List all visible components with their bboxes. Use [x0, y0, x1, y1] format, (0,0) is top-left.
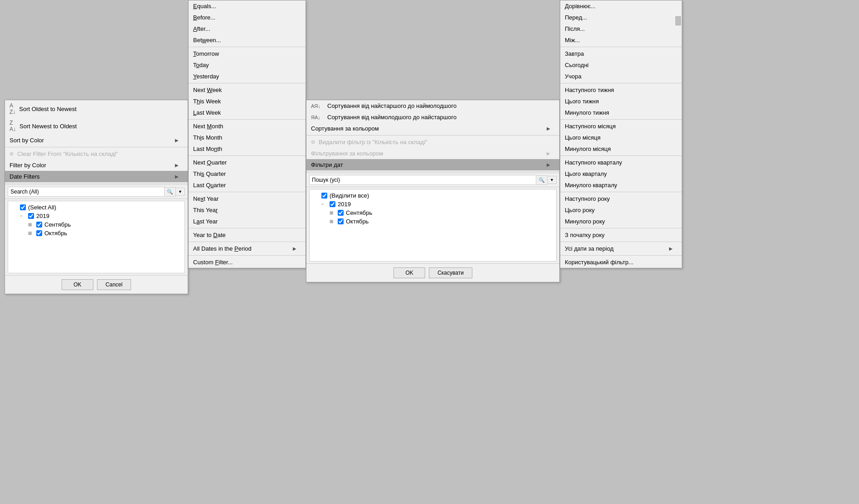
year-2019-checkbox[interactable]	[28, 213, 34, 219]
year-2019-uk-item[interactable]: − 2019	[321, 200, 553, 208]
year-2019-uk-checkbox[interactable]	[330, 201, 335, 207]
select-all-checkbox[interactable]	[20, 204, 26, 210]
yesterday-item[interactable]: Yesterday	[189, 71, 306, 82]
sort-oldest-label: Sort Oldest to Newest	[19, 106, 76, 112]
before-label: Before...	[193, 14, 215, 21]
ok-button[interactable]: OK	[62, 279, 93, 290]
month-sept-item[interactable]: ⊞ Сентябрь	[28, 220, 181, 229]
month-oct-item[interactable]: ⊞ Октябрь	[28, 229, 181, 237]
today-uk-item[interactable]: Сьогодні	[560, 59, 682, 71]
between-uk-item[interactable]: Між...	[560, 34, 682, 46]
sort-oldest-uk-button[interactable]: АЯ↓ Сортування від найстаршого до наймол…	[306, 100, 559, 111]
next-year-item[interactable]: Next Year	[189, 193, 306, 204]
this-quarter-item[interactable]: This Quarter	[189, 168, 306, 179]
search-dropdown-button-uk[interactable]: ▼	[548, 176, 557, 184]
this-week-uk-item[interactable]: Цього тижня	[560, 96, 682, 107]
this-week-item[interactable]: This Week	[189, 96, 306, 107]
year-to-date-item[interactable]: Year to Date	[189, 229, 306, 241]
last-month-uk-item[interactable]: Минулого місяця	[560, 143, 682, 155]
cancel-uk-button[interactable]: Скасувати	[429, 267, 472, 278]
this-month-item[interactable]: This Month	[189, 132, 306, 143]
last-quarter-uk-item[interactable]: Минулого кварталу	[560, 179, 682, 191]
scrollbar-thumb[interactable]	[675, 16, 681, 25]
yesterday-uk-item[interactable]: Учора	[560, 71, 682, 82]
separator-uk-1	[306, 135, 559, 136]
month-sept-uk-item[interactable]: ⊞ Сентябрь	[330, 208, 553, 217]
sep-r6	[560, 228, 682, 228]
this-year-uk-label: Цього року	[565, 207, 595, 213]
sort-oldest-button[interactable]: AZ↓ Sort Oldest to Newest	[5, 100, 188, 117]
equals-uk-item[interactable]: Дорівнює...	[560, 0, 682, 12]
this-year-item[interactable]: This Year	[189, 204, 306, 216]
this-year-uk-item[interactable]: Цього року	[560, 204, 682, 216]
custom-filter-item[interactable]: Custom Filter...	[189, 257, 306, 268]
select-all-uk-item[interactable]: (Виділити все)	[313, 191, 553, 200]
month-oct-expander[interactable]: ⊞	[28, 231, 34, 236]
last-month-item[interactable]: Last Month	[189, 143, 306, 155]
next-week-item[interactable]: Next Week	[189, 84, 306, 96]
tomorrow-item[interactable]: Tomorrow	[189, 48, 306, 59]
last-quarter-item[interactable]: Last Quarter	[189, 179, 306, 191]
month-oct-uk-item[interactable]: ⊞ Октябрь	[330, 217, 553, 226]
sort-color-button[interactable]: Sort by Color ▶	[5, 135, 188, 146]
last-week-item[interactable]: Last Week	[189, 107, 306, 118]
sort-color-uk-arrow-icon: ▶	[547, 126, 550, 131]
month-sept-uk-checkbox[interactable]	[338, 210, 344, 216]
clear-filter-button[interactable]: ⊘ Clear Filter From "Кількість на складі…	[5, 148, 188, 160]
search-button[interactable]: 🔍	[165, 187, 176, 197]
clear-filter-uk-button[interactable]: ⊘ Видалити фільтр із "Кількість на склад…	[306, 136, 559, 148]
before-item[interactable]: Before...	[189, 12, 306, 23]
all-dates-uk-item[interactable]: Усі дати за період ▶	[560, 243, 682, 254]
select-all-uk-checkbox[interactable]	[321, 193, 327, 199]
year-expander[interactable]: −	[20, 213, 26, 218]
year-to-date-uk-item[interactable]: З початку року	[560, 229, 682, 241]
this-quarter-uk-label: Цього кварталу	[565, 170, 607, 177]
this-month-uk-item[interactable]: Цього місяця	[560, 132, 682, 143]
all-dates-item[interactable]: All Dates in the Period ▶	[189, 243, 306, 254]
ok-uk-button[interactable]: OK	[393, 267, 425, 278]
search-input[interactable]	[8, 187, 165, 197]
year-2019-item[interactable]: − 2019	[20, 212, 181, 220]
tomorrow-uk-item[interactable]: Завтра	[560, 48, 682, 59]
cancel-button[interactable]: Cancel	[97, 279, 131, 290]
after-uk-item[interactable]: Після...	[560, 23, 682, 34]
month-oct-uk-expander[interactable]: ⊞	[330, 219, 336, 224]
next-week-uk-item[interactable]: Наступного тижня	[560, 84, 682, 96]
next-month-item[interactable]: Next Month	[189, 121, 306, 132]
filter-color-uk-button[interactable]: Фільтрування за кольором ▶	[306, 148, 559, 159]
select-all-item[interactable]: (Select All)	[12, 203, 181, 212]
custom-filter-label: Custom Filter...	[193, 259, 233, 266]
next-quarter-uk-item[interactable]: Наступного кварталу	[560, 157, 682, 168]
left-filter-panel: AZ↓ Sort Oldest to Newest ZA↓ Sort Newes…	[5, 100, 188, 294]
select-all-label: (Select All)	[28, 204, 56, 211]
after-item[interactable]: After...	[189, 23, 306, 34]
this-quarter-uk-item[interactable]: Цього кварталу	[560, 168, 682, 179]
today-item[interactable]: Today	[189, 59, 306, 71]
next-year-uk-item[interactable]: Наступного року	[560, 193, 682, 204]
equals-item[interactable]: Equals...	[189, 0, 306, 12]
month-sept-checkbox[interactable]	[36, 222, 42, 228]
sort-newest-button[interactable]: ZA↓ Sort Newest to Oldest	[5, 117, 188, 135]
date-filters-uk-button[interactable]: Фільтри дат ▶	[306, 159, 559, 170]
filter-color-button[interactable]: Filter by Color ▶	[5, 160, 188, 171]
last-year-uk-item[interactable]: Минулого року	[560, 216, 682, 227]
custom-filter-uk-item[interactable]: Користувацький фільтр...	[560, 257, 682, 268]
next-quarter-item[interactable]: Next Quarter	[189, 157, 306, 168]
sort-newest-uk-button[interactable]: ЯА↓ Сортування від наймолодшого до найст…	[306, 111, 559, 123]
last-year-item[interactable]: Last Year	[189, 216, 306, 227]
last-week-uk-item[interactable]: Минулого тижня	[560, 107, 682, 118]
month-oct-label: Октябрь	[44, 230, 67, 237]
sort-color-uk-button[interactable]: Сортування за кольором ▶	[306, 123, 559, 134]
date-filters-button[interactable]: Date Filters ▶	[5, 171, 188, 182]
month-sept-expander[interactable]: ⊞	[28, 222, 34, 227]
month-sept-uk-expander[interactable]: ⊞	[330, 210, 336, 215]
search-input-uk[interactable]	[309, 175, 536, 185]
month-oct-uk-checkbox[interactable]	[338, 218, 344, 224]
between-item[interactable]: Between...	[189, 34, 306, 46]
before-uk-item[interactable]: Перед...	[560, 12, 682, 23]
next-month-uk-item[interactable]: Наступного місяця	[560, 121, 682, 132]
year-uk-expander[interactable]: −	[321, 202, 328, 207]
search-button-uk[interactable]: 🔍	[536, 175, 548, 185]
month-oct-checkbox[interactable]	[36, 230, 42, 236]
search-dropdown-button[interactable]: ▼	[176, 188, 185, 196]
